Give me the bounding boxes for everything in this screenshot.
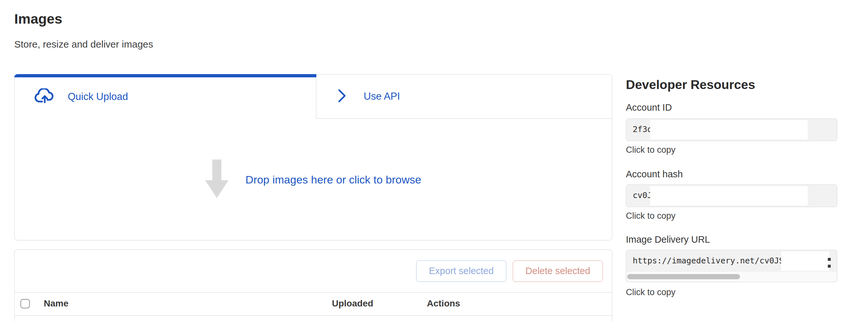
- redaction-overlay: [650, 186, 808, 206]
- redacted-character-fragment: [828, 257, 831, 268]
- upload-panel: Quick Upload Use API Drop images here or…: [14, 74, 612, 241]
- account-id-value: 2f3d: [633, 124, 652, 134]
- dropzone-label: Drop images here or click to browse: [245, 173, 421, 186]
- images-list-toolbar: Export selected Delete selected: [14, 250, 612, 292]
- account-hash-copy-hint: Click to copy: [626, 211, 676, 221]
- account-id-label: Account ID: [626, 102, 672, 113]
- url-scrollbar-track: [626, 272, 837, 282]
- upload-tab-row: Quick Upload Use API: [14, 74, 612, 119]
- column-header-actions: Actions: [427, 298, 460, 309]
- redaction-overlay: [781, 251, 829, 271]
- page-title: Images: [14, 11, 62, 27]
- account-id-value-box[interactable]: 2f3d: [626, 118, 837, 141]
- tab-quick-upload-label: Quick Upload: [68, 91, 128, 103]
- redaction-overlay: [650, 120, 808, 139]
- image-delivery-url-copy-hint: Click to copy: [626, 287, 676, 297]
- page-subtitle: Store, resize and deliver images: [14, 39, 153, 50]
- account-hash-value-box[interactable]: cv0J: [626, 184, 837, 207]
- account-hash-value: cv0J: [633, 190, 652, 200]
- image-delivery-url-value-box[interactable]: https://imagedelivery.net/cv0JS: [626, 250, 837, 282]
- active-tab-indicator: [14, 74, 316, 77]
- select-all-checkbox[interactable]: [21, 299, 30, 308]
- tab-quick-upload[interactable]: Quick Upload: [14, 74, 316, 119]
- image-dropzone[interactable]: Drop images here or click to browse: [14, 119, 612, 241]
- arrow-down-icon: [205, 159, 228, 200]
- tab-use-api-label: Use API: [364, 91, 400, 102]
- developer-resources-title: Developer Resources: [626, 78, 755, 92]
- account-hash-label: Account hash: [626, 169, 683, 180]
- images-list-card: Export selected Delete selected Name Upl…: [14, 249, 612, 321]
- column-header-uploaded: Uploaded: [332, 298, 373, 309]
- image-delivery-url-label: Image Delivery URL: [626, 234, 710, 245]
- export-selected-button[interactable]: Export selected: [416, 260, 506, 282]
- images-page: Images Store, resize and deliver images …: [0, 0, 868, 321]
- tab-use-api[interactable]: Use API: [316, 74, 612, 119]
- url-scrollbar-thumb[interactable]: [627, 274, 740, 279]
- images-table-header: Name Uploaded Actions: [14, 292, 612, 316]
- delete-selected-button[interactable]: Delete selected: [513, 260, 603, 282]
- column-header-name: Name: [44, 298, 68, 309]
- account-id-copy-hint: Click to copy: [626, 145, 676, 155]
- cloud-upload-icon: [34, 88, 55, 105]
- chevron-right-icon: [335, 86, 349, 106]
- image-delivery-url-value: https://imagedelivery.net/cv0JS: [633, 256, 784, 265]
